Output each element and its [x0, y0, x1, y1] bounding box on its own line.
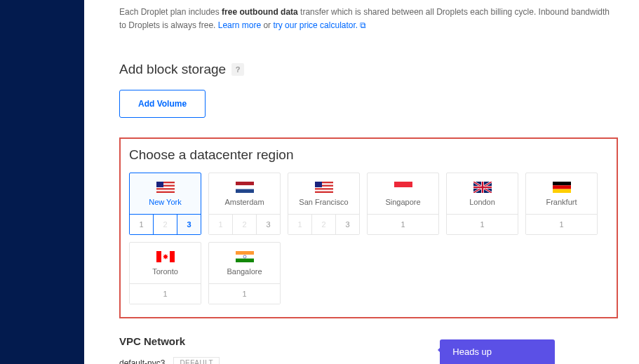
block-storage-heading: Add block storage ? [119, 62, 618, 77]
region-numbers: 123 [209, 214, 280, 234]
heads-up-toast[interactable]: Heads up [440, 339, 555, 364]
external-link-icon: ⧉ [360, 19, 366, 32]
region-card-frankfurt[interactable]: Frankfurt1 [525, 173, 598, 235]
region-name: New York [149, 198, 181, 206]
region-number[interactable]: 2 [154, 215, 177, 234]
flag-icon [315, 182, 333, 193]
svg-rect-12 [315, 188, 333, 189]
svg-rect-23 [553, 185, 571, 189]
region-numbers: 123 [130, 214, 201, 234]
block-storage-section: Add block storage ? Add Volume [119, 62, 618, 118]
region-numbers: 1 [447, 214, 518, 234]
region-name: San Francisco [299, 198, 348, 206]
region-card-toronto[interactable]: Toronto1 [129, 242, 201, 304]
svg-rect-8 [236, 189, 254, 192]
svg-rect-7 [236, 185, 254, 189]
flag-icon [156, 182, 175, 193]
left-sidebar [0, 0, 84, 364]
svg-rect-28 [236, 251, 254, 255]
region-name: Amsterdam [224, 198, 264, 206]
svg-rect-21 [473, 187, 492, 188]
region-grid: New York123Amsterdam123San Francisco123S… [129, 173, 608, 304]
bandwidth-info-text: Each Droplet plan includes free outbound… [119, 6, 618, 32]
svg-rect-27 [170, 251, 175, 262]
region-name: Bangalore [227, 267, 262, 276]
region-numbers: 1 [526, 214, 597, 234]
svg-rect-16 [394, 187, 412, 193]
svg-rect-14 [315, 182, 322, 187]
flag-icon [156, 251, 175, 262]
learn-more-link[interactable]: Learn more [218, 20, 261, 30]
region-number[interactable]: 1 [526, 215, 597, 234]
region-number[interactable]: 1 [130, 215, 154, 234]
region-number[interactable]: 2 [312, 215, 336, 234]
datacenter-region-heading: Choose a datacenter region [129, 147, 608, 163]
region-name: Frankfurt [546, 198, 577, 206]
region-card-new-york[interactable]: New York123 [129, 173, 201, 235]
region-numbers: 1 [130, 283, 201, 304]
region-card-san-francisco[interactable]: San Francisco123 [288, 173, 360, 235]
region-number[interactable]: 1 [209, 284, 280, 304]
price-calculator-link[interactable]: try our price calculator.⧉ [273, 20, 366, 30]
region-number[interactable]: 1 [209, 215, 233, 234]
region-number[interactable]: 1 [447, 215, 518, 234]
region-number[interactable]: 1 [288, 215, 312, 234]
region-card-amsterdam[interactable]: Amsterdam123 [208, 173, 281, 235]
region-numbers: 1 [368, 214, 438, 234]
svg-rect-24 [553, 189, 571, 192]
region-name: Singapore [385, 198, 420, 206]
flag-icon [553, 182, 571, 193]
region-number[interactable]: 3 [336, 215, 359, 234]
default-badge: DEFAULT [173, 357, 220, 364]
info-bold: free outbound data [222, 7, 298, 17]
region-card-london[interactable]: London1 [446, 173, 518, 235]
region-number[interactable]: 3 [177, 215, 201, 234]
flag-icon [236, 251, 254, 262]
svg-rect-22 [553, 182, 571, 185]
region-name: London [469, 198, 495, 206]
add-volume-button[interactable]: Add Volume [119, 90, 206, 118]
region-card-bangalore[interactable]: Bangalore1 [208, 242, 281, 304]
flag-icon [473, 182, 492, 193]
svg-rect-3 [156, 188, 175, 189]
svg-rect-13 [315, 191, 333, 193]
svg-rect-26 [156, 251, 161, 262]
region-name: Toronto [152, 267, 178, 276]
main-content: Each Droplet plan includes free outbound… [84, 0, 639, 364]
flag-icon [394, 182, 412, 193]
vpc-name: default-nyc3 [119, 358, 165, 364]
datacenter-region-section: Choose a datacenter region New York123Am… [119, 137, 618, 318]
region-card-singapore[interactable]: Singapore1 [367, 173, 439, 235]
help-icon[interactable]: ? [231, 63, 244, 76]
region-number[interactable]: 1 [368, 215, 438, 234]
svg-rect-30 [236, 258, 254, 262]
flag-icon [236, 182, 254, 193]
region-number[interactable]: 2 [233, 215, 257, 234]
region-numbers: 123 [288, 214, 359, 234]
region-numbers: 1 [209, 283, 280, 304]
info-prefix: Each Droplet plan includes [119, 7, 222, 17]
region-number[interactable]: 3 [257, 215, 280, 234]
svg-rect-6 [236, 182, 254, 185]
svg-rect-5 [156, 182, 163, 187]
info-or: or [261, 20, 273, 30]
region-number[interactable]: 1 [130, 284, 201, 304]
svg-rect-4 [156, 191, 175, 193]
svg-rect-15 [394, 182, 412, 187]
